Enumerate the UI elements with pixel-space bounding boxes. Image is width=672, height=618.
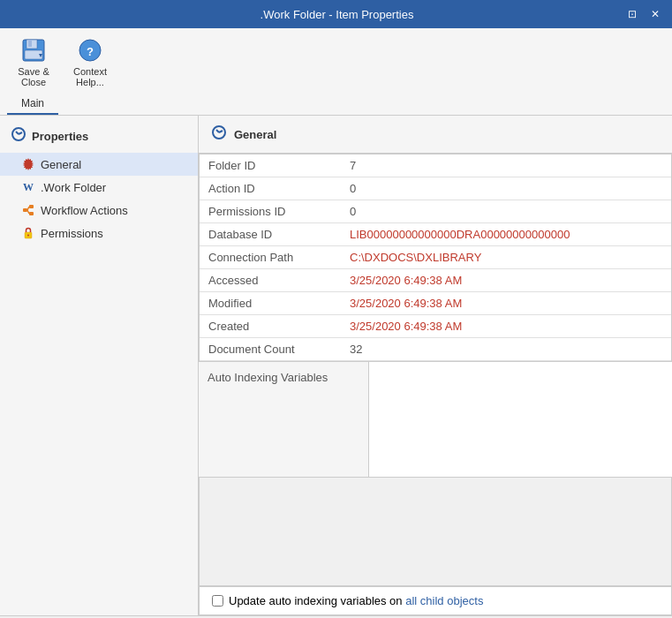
maximize-button[interactable]: ⊡ [623, 4, 642, 24]
svg-line-8 [16, 132, 19, 134]
context-help-button[interactable]: ? ContextHelp... [64, 32, 117, 92]
table-row: Permissions ID0 [200, 200, 671, 223]
prop-value: 3/25/2020 6:49:38 AM [341, 292, 671, 315]
auto-indexing-content [369, 362, 672, 477]
prop-label: Action ID [200, 177, 341, 200]
work-folder-icon: W [21, 180, 35, 194]
text-area-section [199, 478, 672, 586]
title-bar-title: .Work Folder - Item Properties [51, 8, 623, 21]
prop-label: Modified [200, 292, 341, 315]
svg-line-15 [27, 210, 29, 214]
save-close-label: Save &Close [18, 66, 49, 87]
prop-value: 3/25/2020 6:49:38 AM [341, 315, 671, 338]
checkbox-link-text: all child objects [405, 594, 483, 607]
sidebar: Properties General W .Work Folder [0, 116, 199, 615]
footer-checkbox-label: Update auto indexing variables on all ch… [229, 594, 483, 607]
auto-indexing-label: Auto Indexing Variables [199, 362, 369, 477]
svg-rect-13 [29, 212, 34, 215]
toolbar-tab-row: Main [7, 95, 665, 115]
title-bar: .Work Folder - Item Properties ⊡ ✕ [0, 0, 672, 28]
svg-text:?: ? [87, 45, 94, 58]
close-button[interactable]: ✕ [646, 4, 665, 24]
sidebar-item-work-folder[interactable]: W .Work Folder [0, 176, 198, 199]
table-row: Accessed3/25/2020 6:49:38 AM [200, 269, 671, 292]
workflow-actions-icon [21, 203, 35, 217]
table-row: Document Count32 [200, 338, 671, 361]
svg-line-20 [219, 131, 223, 132]
prop-label: Database ID [200, 223, 341, 246]
save-close-button[interactable]: Save &Close [7, 32, 60, 92]
sidebar-item-general-label: General [41, 158, 81, 171]
sidebar-header-label: Properties [32, 130, 88, 143]
prop-value: 7 [341, 154, 671, 177]
auto-indexing-row: Auto Indexing Variables [199, 362, 672, 478]
context-help-label: ContextHelp... [73, 66, 107, 87]
main-tab[interactable]: Main [7, 95, 58, 115]
toolbar: Save &Close ? ContextHelp... Main [0, 28, 672, 116]
permissions-icon [21, 226, 35, 240]
sidebar-item-work-folder-label: .Work Folder [41, 181, 106, 194]
prop-value: C:\DXDOCS\DXLIBRARY [341, 246, 671, 269]
svg-rect-2 [28, 40, 32, 47]
footer-checkbox-row: Update auto indexing variables on all ch… [199, 586, 672, 615]
sidebar-item-workflow-actions[interactable]: Workflow Actions [0, 199, 198, 222]
svg-rect-12 [29, 205, 34, 208]
update-auto-indexing-checkbox[interactable] [212, 595, 223, 607]
prop-label: Folder ID [200, 154, 341, 177]
sidebar-item-general[interactable]: General [0, 153, 198, 176]
table-row: Database IDLIB00000000000000DRA000000000… [200, 223, 671, 246]
prop-value: 0 [341, 200, 671, 223]
table-row: Modified3/25/2020 6:49:38 AM [200, 292, 671, 315]
properties-section: Folder ID7Action ID0Permissions ID0Datab… [199, 154, 672, 362]
sidebar-item-permissions[interactable]: Permissions [0, 222, 198, 245]
table-row: Folder ID7 [200, 154, 671, 177]
sidebar-item-workflow-actions-label: Workflow Actions [41, 204, 128, 217]
prop-label: Accessed [200, 269, 341, 292]
all-child-objects-link[interactable]: all child objects [405, 594, 483, 607]
table-row: Action ID0 [200, 177, 671, 200]
svg-line-19 [216, 130, 219, 132]
prop-value: LIB00000000000000DRA00000000000000 [341, 223, 671, 246]
prop-label: Created [200, 315, 341, 338]
properties-table: Folder ID7Action ID0Permissions ID0Datab… [200, 154, 671, 361]
table-row: Created3/25/2020 6:49:38 AM [200, 315, 671, 338]
general-icon [21, 157, 35, 171]
prop-label: Permissions ID [200, 200, 341, 223]
svg-rect-11 [23, 208, 27, 212]
main-content: Properties General W .Work Folder [0, 116, 672, 615]
prop-value: 0 [341, 177, 671, 200]
properties-header-icon [11, 126, 26, 146]
sidebar-header: Properties [0, 119, 198, 153]
detail-header-icon [211, 124, 227, 144]
svg-line-14 [27, 207, 29, 210]
title-bar-controls: ⊡ ✕ [623, 4, 665, 24]
toolbar-inner: Save &Close ? ContextHelp... [7, 32, 665, 92]
sidebar-item-permissions-label: Permissions [41, 227, 103, 240]
detail-header-label: General [234, 128, 276, 141]
detail-panel: General Folder ID7Action ID0Permissions … [199, 116, 672, 615]
prop-value: 3/25/2020 6:49:38 AM [341, 269, 671, 292]
checkbox-text: Update auto indexing variables on [229, 594, 403, 607]
save-close-icon [19, 36, 48, 64]
detail-header: General [199, 116, 672, 154]
svg-point-17 [27, 235, 29, 237]
context-help-icon: ? [76, 36, 104, 64]
svg-line-9 [19, 132, 22, 134]
prop-label: Connection Path [200, 246, 341, 269]
prop-label: Document Count [200, 338, 341, 361]
prop-value: 32 [341, 338, 671, 361]
table-row: Connection PathC:\DXDOCS\DXLIBRARY [200, 246, 671, 269]
